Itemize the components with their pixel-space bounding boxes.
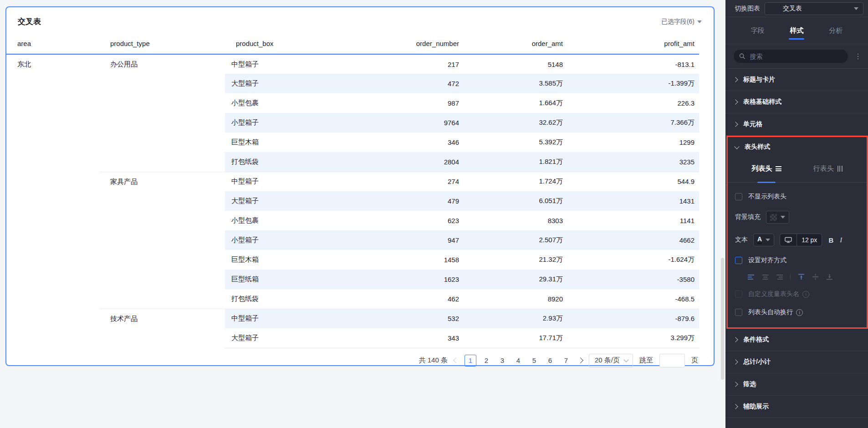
cell-order-amt[interactable]: 2.93万: [464, 309, 567, 328]
cell-order-number[interactable]: 346: [344, 132, 464, 152]
cell-order-number[interactable]: 947: [344, 230, 464, 250]
cell-profit-amt[interactable]: 4662: [567, 230, 699, 250]
cell-order-number[interactable]: 532: [344, 309, 464, 328]
align-middle-icon[interactable]: [812, 274, 819, 280]
page-number-3[interactable]: 3: [496, 355, 508, 367]
cell-profit-amt[interactable]: -1.624万: [567, 250, 699, 270]
cell-order-amt[interactable]: 1.664万: [464, 93, 567, 113]
cell-product-box[interactable]: 小型包裹: [225, 211, 344, 230]
more-options-icon[interactable]: ⋮: [852, 54, 864, 59]
cell-order-amt[interactable]: 3.585万: [464, 74, 567, 93]
cell-product-type[interactable]: 办公用品: [99, 54, 225, 172]
jump-page-input[interactable]: [659, 354, 685, 367]
cell-product-box[interactable]: 巨型纸箱: [225, 270, 344, 289]
cell-product-box[interactable]: 大型箱子: [225, 191, 344, 211]
section-top-单元格[interactable]: 单元格: [725, 113, 868, 136]
page-number-7[interactable]: 7: [560, 355, 572, 367]
cell-order-number[interactable]: 479: [344, 191, 464, 211]
cell-profit-amt[interactable]: 1431: [567, 191, 699, 211]
section-bottom-筛选[interactable]: 筛选: [725, 373, 868, 396]
section-bottom-总计/小计[interactable]: 总计/小计: [725, 351, 868, 373]
hide-column-header-checkbox[interactable]: [735, 193, 742, 200]
bold-button[interactable]: B: [828, 236, 833, 244]
cell-area[interactable]: 东北: [6, 54, 99, 348]
cell-product-type[interactable]: 家具产品: [99, 172, 225, 309]
cell-product-box[interactable]: 中型箱子: [225, 54, 344, 74]
search-input[interactable]: [749, 52, 842, 61]
header-style-section-header[interactable]: 表头样式: [728, 137, 867, 157]
font-size-value[interactable]: 12 px: [797, 234, 822, 246]
cell-profit-amt[interactable]: 3235: [567, 152, 699, 172]
align-right-icon[interactable]: [776, 274, 783, 280]
cell-order-number[interactable]: 274: [344, 172, 464, 191]
next-page-button[interactable]: [577, 357, 583, 363]
cell-product-box[interactable]: 中型箱子: [225, 172, 344, 191]
font-color-picker[interactable]: A: [753, 234, 774, 246]
cell-product-box[interactable]: 大型箱子: [225, 328, 344, 348]
page-number-2[interactable]: 2: [480, 355, 492, 367]
cell-product-box[interactable]: 巨型木箱: [225, 132, 344, 152]
cell-order-amt[interactable]: 8920: [464, 289, 567, 309]
align-center-icon[interactable]: [762, 274, 769, 280]
cell-order-number[interactable]: 2804: [344, 152, 464, 172]
cell-profit-amt[interactable]: -1.399万: [567, 74, 699, 93]
page-number-1[interactable]: 1: [465, 355, 476, 367]
section-top-表格基础样式[interactable]: 表格基础样式: [725, 91, 868, 113]
cell-product-box[interactable]: 大型箱子: [225, 74, 344, 93]
cell-order-number[interactable]: 9764: [344, 113, 464, 132]
cell-profit-amt[interactable]: -813.1: [567, 54, 699, 74]
cell-order-amt[interactable]: 32.62万: [464, 113, 567, 132]
cell-order-amt[interactable]: 5.392万: [464, 132, 567, 152]
cell-order-amt[interactable]: 2.507万: [464, 230, 567, 250]
align-top-icon[interactable]: [798, 274, 805, 280]
align-bottom-icon[interactable]: [826, 274, 833, 280]
cell-order-number[interactable]: 623: [344, 211, 464, 230]
cell-product-box[interactable]: 小型箱子: [225, 113, 344, 132]
cell-profit-amt[interactable]: 7.366万: [567, 113, 699, 132]
cell-product-box[interactable]: 巨型木箱: [225, 250, 344, 270]
page-number-6[interactable]: 6: [544, 355, 556, 367]
cell-order-amt[interactable]: 21.32万: [464, 250, 567, 270]
cell-product-box[interactable]: 中型箱子: [225, 309, 344, 328]
cell-profit-amt[interactable]: 1141: [567, 211, 699, 230]
cell-order-amt[interactable]: 1.821万: [464, 152, 567, 172]
cell-profit-amt[interactable]: 226.3: [567, 93, 699, 113]
prev-page-button[interactable]: [453, 357, 459, 363]
auto-wrap-checkbox[interactable]: [735, 309, 742, 316]
page-size-select[interactable]: 20 条/页: [589, 354, 633, 367]
column-header-profit-amt[interactable]: profit_amt: [567, 33, 699, 54]
cell-product-box[interactable]: 小型箱子: [225, 230, 344, 250]
screen-adapt-button[interactable]: [780, 234, 797, 246]
vertical-scrollbar[interactable]: [721, 258, 724, 380]
cell-order-amt[interactable]: 6.051万: [464, 191, 567, 211]
cell-profit-amt[interactable]: -468.5: [567, 289, 699, 309]
section-bottom-条件格式[interactable]: 条件格式: [725, 329, 868, 351]
cell-order-number[interactable]: 1458: [344, 250, 464, 270]
column-header-order-number[interactable]: order_number: [344, 33, 464, 54]
section-bottom-辅助展示[interactable]: 辅助展示: [725, 396, 868, 418]
cell-profit-amt[interactable]: -879.6: [567, 309, 699, 328]
page-number-5[interactable]: 5: [528, 355, 540, 367]
cell-order-number[interactable]: 472: [344, 74, 464, 93]
cell-profit-amt[interactable]: 544.9: [567, 172, 699, 191]
align-left-icon[interactable]: [748, 274, 755, 280]
cell-order-number[interactable]: 987: [344, 93, 464, 113]
background-fill-select[interactable]: [766, 211, 789, 224]
tab-fields[interactable]: 字段: [749, 18, 766, 43]
column-header-order-amt[interactable]: order_amt: [464, 33, 567, 54]
cell-order-number[interactable]: 343: [344, 328, 464, 348]
cell-order-number[interactable]: 462: [344, 289, 464, 309]
cell-product-box[interactable]: 小型包裹: [225, 93, 344, 113]
tab-row-header[interactable]: 行表头: [797, 157, 859, 182]
cell-product-type[interactable]: 技术产品: [99, 309, 225, 348]
cell-order-amt[interactable]: 5148: [464, 54, 567, 74]
cell-order-number[interactable]: 1623: [344, 270, 464, 289]
tab-style[interactable]: 样式: [788, 18, 805, 43]
column-header-product-box[interactable]: product_box: [225, 33, 344, 54]
column-header-area[interactable]: area: [6, 33, 99, 54]
cell-order-amt[interactable]: 29.31万: [464, 270, 567, 289]
cell-profit-amt[interactable]: 3.299万: [567, 328, 699, 348]
selected-fields-button[interactable]: 已选字段(6): [661, 18, 702, 26]
custom-measure-checkbox[interactable]: [735, 290, 742, 298]
search-box[interactable]: [734, 50, 848, 63]
